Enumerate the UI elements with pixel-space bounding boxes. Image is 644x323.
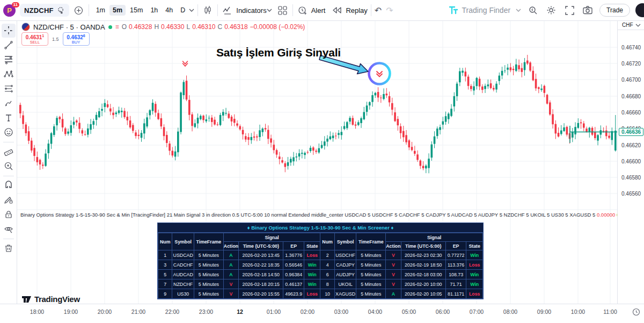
ohlc-low-value: 0.46310 [192,23,215,31]
cell-num: 7 [158,279,172,289]
time-axis[interactable]: 18:0019:0020:0021:0022:0023:001201:0002:… [0,304,644,323]
text-tool-icon[interactable] [2,111,16,125]
replay-button[interactable]: Replay [346,6,367,15]
alert-button[interactable]: Alert [311,6,326,15]
tradingview-logo[interactable]: TradingView [21,294,80,304]
drawing-lock-tool-icon[interactable] [2,193,16,207]
user-avatar[interactable]: P 11 [3,4,16,17]
legend-menu-icon[interactable]: ≡ [115,23,119,31]
screener-row[interactable]: 5AUDCAD5 MinutesA2026-02-18 14:500.96384… [158,270,483,279]
cell-timeframe: 5 Minutes [194,260,223,270]
currency-chevron-icon[interactable] [635,24,641,27]
lock-all-tool-icon[interactable] [2,207,16,221]
symbol-search-box[interactable]: NZDCHF [20,4,69,17]
cell-symbol: UKOIL [334,279,356,289]
cell-action-down-icon: V [386,279,401,289]
sell-signal-annotation-text[interactable]: Satış İşlem Giriş Sinyali [216,46,341,59]
tradingview-window: P 11 NZDCHF 1m 5m 15m 1h 4h D [0,0,644,323]
price-axis-label: 0.46600 [621,159,641,164]
cell-time: 2026-02-20 10:00 [401,279,445,289]
price-axis-label: 0.46740 [621,45,641,51]
fullscreen-icon[interactable] [563,4,576,17]
trend-line-tool-icon[interactable] [2,38,16,52]
cell-action-down-icon: V [223,279,238,289]
price-axis-currency[interactable]: CHF [622,22,633,28]
ohlc-close-value: 0.46318 [224,23,247,31]
zoom-in-tool-icon[interactable] [2,159,16,173]
cell-timeframe: 5 Minutes [194,279,223,289]
long-position-tool-icon[interactable] [2,82,16,96]
cell-symbol: USDCHF [334,250,356,260]
ohlc-change-value: −0.00008 (−0.02%) [250,23,305,31]
buy-button[interactable]: 0.46326 BUY [63,32,90,46]
screener-header-ep: EP [445,242,466,250]
cell-ep: 49623.9 [283,289,304,299]
replay-icon[interactable] [331,4,343,17]
alert-clock-icon[interactable] [296,4,309,17]
cell-symbol: AUDCAD [172,270,194,279]
brand-chevron-icon[interactable] [516,9,521,12]
cell-state: Win [304,279,320,289]
screener-row[interactable]: 3CADCHF5 MinutesA2026-02-22 18:350.56546… [158,260,483,270]
sell-button[interactable]: 0.46311 SELL [21,32,48,46]
cell-timeframe: 5 Minutes [194,289,223,299]
cell-symbol: CADCHF [172,260,194,270]
account-avatar-partial[interactable] [635,3,644,17]
cell-time: 2026-02-20 15:55 [239,289,283,299]
indicator-status-line[interactable]: Binary Options Strategy 1-5-15-30-90 Sec… [20,212,635,218]
tf-15m[interactable]: 15m [127,5,146,16]
tf-1m[interactable]: 1m [93,5,108,16]
last-price-label: 0.46636 [619,128,643,136]
trade-button[interactable]: Trade [599,4,630,17]
time-axis-label: 22:00 [162,308,183,315]
settings-gear-icon[interactable] [545,4,558,17]
nzd-chf-flag-icon [21,23,30,31]
ruler-tool-icon[interactable] [2,145,16,159]
tf-4h[interactable]: 4h [162,5,176,16]
tf-1d[interactable]: D [177,5,188,16]
screener-header-num: Num [158,233,172,250]
price-axis-label: 0.46660 [621,110,641,116]
fib-retracement-tool-icon[interactable] [2,53,16,67]
screener-header-state: State [466,242,483,250]
chart-legend[interactable]: NZD/CHF · 5 · OANDA ≡ O0.46328 H0.46330 … [21,23,305,31]
timezone-clock-icon[interactable] [632,308,640,316]
trading-finder-brand: Trading Finder [448,5,511,16]
tf-1h[interactable]: 1h [147,5,161,16]
ohlc-high-value: 0.46330 [161,23,184,31]
magnet-tool-icon[interactable] [2,178,16,192]
emoji-tool-icon[interactable] [2,125,16,139]
brush-tool-icon[interactable] [2,96,16,110]
chart-type-candles-icon[interactable] [201,4,214,17]
timeframe-chevron-icon[interactable] [189,9,194,12]
cell-symbol: CADJPY [334,260,356,270]
cell-ep: 113.376 [445,260,466,270]
undo-icon[interactable]: ↶ [375,5,382,16]
cell-action-up-icon: A [223,250,238,260]
screener-row[interactable]: 7NZDCHF5 MinutesV2026-02-18 20:150.46137… [158,279,483,289]
redo-icon[interactable]: ↷ [386,5,393,16]
cell-time: 2026-02-18 03:00 [401,270,445,279]
ohlc-high-label: H [154,23,159,31]
quick-search-icon[interactable] [526,4,539,17]
cell-time: 2026-02-19 18:50 [401,260,445,270]
crosshair-tool-icon[interactable] [2,24,16,38]
hide-drawings-tool-icon[interactable] [2,222,16,236]
camera-snapshot-icon[interactable] [581,4,594,17]
tf-5m-active[interactable]: 5m [109,5,126,16]
symbol-detail-icon[interactable] [57,6,65,15]
cell-time: 2026-02-23 02:30 [401,250,445,260]
screener-row[interactable]: 9US305 MinutesV2026-02-20 15:5549623.9Lo… [158,289,483,299]
indicators-chevron-icon[interactable] [267,9,272,12]
compare-plus-icon[interactable] [72,4,85,17]
remove-drawings-tool-icon[interactable] [2,241,16,255]
screener-row[interactable]: 1USDCAD5 MinutesA2026-02-20 13:451.36776… [158,250,483,260]
screener-header-action: Action [223,242,238,250]
price-axis[interactable]: CHF 0.467400.467200.467000.466800.466600… [617,20,644,304]
xabcd-pattern-tool-icon[interactable] [2,67,16,81]
indicators-icon[interactable] [221,4,234,17]
indicators-button[interactable]: Indicators [236,6,266,15]
ohlc-open-value: 0.46328 [129,23,152,31]
legend-symbol-title[interactable]: NZD/CHF · 5 · OANDA [33,23,105,31]
layout-grid-icon[interactable] [276,4,289,17]
